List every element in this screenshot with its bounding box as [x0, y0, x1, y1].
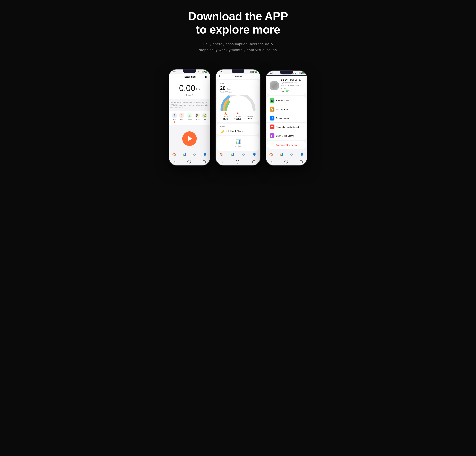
- status-icons-2: ▌▌▌▌: [250, 71, 257, 73]
- arc-chart: [220, 95, 256, 111]
- nav-clip-3[interactable]: 📎: [289, 153, 294, 157]
- nav-chart-3[interactable]: 📊: [280, 153, 283, 157]
- screen-2: ⬆ 2024-10-25 ↻ Walk 20 Steps Goal 4000 S…: [216, 74, 260, 165]
- sleep-card: Sleep 🌙 ★ 0 Hour 0 Minute: [217, 124, 259, 135]
- gps-note: This function is the movement data obtai…: [170, 101, 209, 109]
- home-btn-1[interactable]: [187, 160, 191, 164]
- recent-btn-2[interactable]: [253, 160, 255, 163]
- distance-icon: 📍: [236, 112, 239, 115]
- play-area: [169, 125, 210, 151]
- heart-rate-icon: ❤: [270, 124, 274, 129]
- walk-label: Walk: [172, 119, 176, 121]
- nav-home-1[interactable]: 🏠: [172, 153, 176, 157]
- run-label: Run: [180, 119, 183, 121]
- distance-value: 0.01Km: [234, 118, 241, 120]
- bottom-nav-3: 🏠 📊 📎 👤: [266, 151, 307, 159]
- sleep-row: 🌙 ★ 0 Hour 0 Minute: [220, 129, 256, 133]
- share-icon[interactable]: ⬆: [219, 75, 221, 77]
- disconnect-label[interactable]: Disconnect the device: [276, 144, 298, 146]
- play-button[interactable]: [182, 131, 197, 146]
- nav-chart-2[interactable]: 📊: [230, 153, 234, 157]
- status-time-2: 13:40: [219, 71, 223, 73]
- heart-rate-label: Automatic heart rate test: [276, 126, 301, 128]
- nodata-label: No data: [235, 145, 241, 148]
- phone-settings: 13:41 ▌▌▌▌ Smart_Ring_01_18: [266, 70, 307, 166]
- battery-fill-inner: [286, 91, 288, 92]
- home-btn-2[interactable]: [236, 160, 239, 164]
- selfie-arrow: ›: [303, 99, 303, 102]
- recent-btn-3[interactable]: [300, 160, 303, 163]
- back-btn-3[interactable]: ◁: [271, 160, 272, 163]
- nav-home-3[interactable]: 🏠: [269, 153, 273, 157]
- selfie-label: Remote selfie: [276, 99, 301, 102]
- steps-unit: Steps: [227, 88, 232, 90]
- distance-label: Distance: [235, 116, 241, 117]
- run-icon: 🏃: [179, 113, 184, 118]
- steps-row: 20 Steps: [220, 85, 256, 91]
- menu-short-video[interactable]: ▶ Short Video Control ›: [267, 131, 306, 140]
- nodata-icon: 📊: [235, 139, 241, 145]
- nav-clip-1[interactable]: 📎: [193, 153, 196, 157]
- moon-icon: 🌙: [220, 129, 224, 133]
- sleep-value: 0 Hour 0 Minute: [228, 130, 243, 132]
- disconnect-section[interactable]: Disconnect the device: [267, 141, 306, 149]
- duration-value: 00:01: [248, 118, 253, 120]
- nav-user-2[interactable]: 👤: [253, 153, 256, 157]
- heart-rate-arrow: ›: [303, 126, 303, 128]
- stats-row: 🔥 Calories 0Kcal 📍 Distance 0.01Km ⏱ Dur…: [220, 111, 256, 121]
- calories-icon: 🔥: [224, 112, 227, 115]
- hero-title: Download the APPto explore more: [188, 10, 288, 36]
- sync-label: Sync data: 10-25 10:14 MAC: 02:08:35:FB:…: [281, 82, 303, 90]
- activity-cycling[interactable]: 🚲 Cycling: [187, 113, 192, 123]
- climb-label: Climb: [195, 119, 199, 121]
- short-video-label: Short Video Control: [276, 135, 301, 137]
- device-name: Smart_Ring_01_18: [281, 79, 303, 81]
- nav-user-1[interactable]: 👤: [203, 153, 207, 157]
- menu-heart-rate[interactable]: ❤ Automatic heart rate test ›: [267, 123, 306, 131]
- nodata-card: 📊 No data: [217, 136, 259, 151]
- equalizer-icon: ⏸: [204, 75, 207, 78]
- distance-unit: Km: [196, 88, 200, 91]
- home-btn-3[interactable]: [284, 160, 288, 164]
- status-bar-2: 13:40 ▌▌▌▌: [216, 69, 260, 74]
- menu-factory-reset[interactable]: 🔄 Factory reset ›: [267, 105, 306, 114]
- signal-3: ▌▌▌▌: [297, 72, 301, 74]
- menu-device-update[interactable]: ⬆ Device update ›: [267, 114, 306, 123]
- activity-climb[interactable]: 🧗 Climb: [195, 113, 200, 123]
- nav-home-2[interactable]: 🏠: [220, 153, 223, 157]
- notch-1: [183, 69, 196, 73]
- activity-run[interactable]: 🏃 Run: [179, 113, 184, 123]
- notch-2: [232, 69, 244, 73]
- ring-image: [270, 81, 279, 90]
- battery-3: [301, 72, 304, 74]
- nav-clip-2[interactable]: 📎: [242, 153, 246, 157]
- data-topbar: ⬆ 2024-10-25 ↻: [216, 74, 260, 79]
- notch-3: [280, 71, 293, 75]
- hero-section: Download the APPto explore more Daily en…: [188, 10, 288, 53]
- nav-user-3[interactable]: 👤: [300, 153, 304, 157]
- goal-label: Goal 4000 Steps: [220, 91, 256, 93]
- activity-golf[interactable]: ⛳ Golf: [202, 113, 207, 123]
- status-dot-3: [293, 73, 294, 74]
- home-indicator-1: ◁: [169, 159, 210, 165]
- play-triangle-icon: [188, 136, 192, 141]
- selfie-icon: 📷: [270, 98, 274, 103]
- back-btn-1[interactable]: ◁: [174, 160, 175, 163]
- calories-label: Calories: [223, 116, 229, 117]
- golf-icon: ⛳: [202, 113, 207, 118]
- walk-selected: [174, 121, 175, 123]
- menu-selfie[interactable]: 📷 Remote selfie ›: [267, 96, 306, 105]
- sleep-star: ★: [225, 130, 227, 132]
- device-update-arrow: ›: [303, 117, 303, 119]
- battery-pct: 68%: [281, 90, 285, 92]
- refresh-icon[interactable]: ↻: [255, 75, 257, 77]
- nav-chart-1[interactable]: 📊: [182, 153, 187, 157]
- recent-btn-1[interactable]: [203, 160, 205, 163]
- settings-menu: 📷 Remote selfie › 🔄 Factory reset › ⬆ De…: [267, 96, 306, 140]
- device-info: Smart_Ring_01_18 Sync data: 10-25 10:14 …: [281, 79, 303, 92]
- exercise-main: 0.00 Km Times 0: [169, 80, 210, 99]
- activity-walk[interactable]: 🚶 Walk: [172, 113, 177, 123]
- exercise-title: Exercise: [185, 75, 196, 78]
- back-btn-2[interactable]: ◁: [221, 160, 223, 163]
- status-time-3: 13:41: [269, 72, 273, 74]
